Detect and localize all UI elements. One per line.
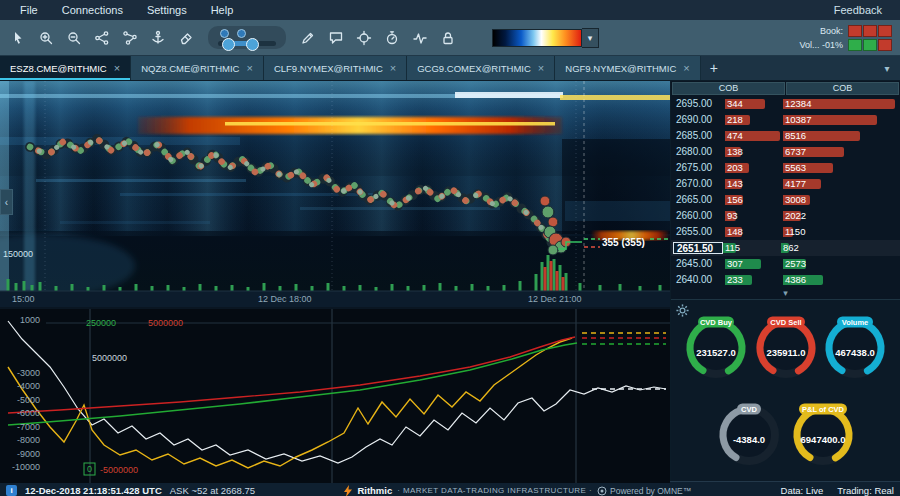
close-icon[interactable]: × [246, 63, 252, 74]
stopwatch-icon[interactable] [380, 26, 404, 50]
depth-value: 4177 [783, 178, 806, 189]
gear-icon[interactable] [676, 304, 689, 319]
cob-header: COB COB [671, 81, 900, 96]
neg-scale-label: -5000000 [100, 465, 138, 475]
status-bar: i 12-Dec-2018 21:18:51.428 UTC ASK ~52 a… [0, 481, 900, 496]
omne-icon [597, 486, 607, 496]
dom-column: COB COB 2695.00 344 12384 2690.00 218 10… [670, 81, 900, 481]
close-icon[interactable]: × [538, 63, 544, 74]
cob-row[interactable]: 2695.00 344 12384 [671, 96, 900, 112]
anchor-icon[interactable] [146, 26, 170, 50]
connection-status: Data: Live Trading: Real [781, 485, 894, 496]
gauge-cvd: CVD -4384.0 [716, 402, 782, 468]
eraser-icon[interactable] [174, 26, 198, 50]
last-price-label: 355 (355) [602, 237, 645, 248]
tab-nqz8[interactable]: NQZ8.CME@RITHMIC × [131, 56, 264, 80]
close-icon[interactable]: × [114, 63, 120, 74]
gauge-cvd-sell: CVD Sell 235911.0 [753, 315, 819, 381]
time-axis: 15:00 12 Dec 18:00 12 Dec 21:00 [0, 291, 670, 307]
svg-text:-8000: -8000 [17, 435, 40, 445]
cob-row-current-price[interactable]: 2651.50 115 862 [671, 240, 900, 256]
lock-icon[interactable] [436, 26, 460, 50]
size-value: 218 [725, 114, 743, 125]
tab-overflow-chevron-icon[interactable]: ▾ [874, 56, 900, 80]
pencil-icon[interactable] [296, 26, 320, 50]
price-level: 2685.00 [671, 130, 725, 141]
svg-text:-7000: -7000 [17, 422, 40, 432]
powered-by: Powered by OMNE™ [597, 486, 691, 496]
chevron-down-icon[interactable]: ▾ [582, 28, 599, 48]
gauge-label: CVD Buy [700, 318, 733, 327]
heatmap-chart[interactable]: 355 (355) 150000 15:00 12 Dec 18:00 12 D… [0, 81, 670, 307]
cob-row[interactable]: 2670.00 143 4177 [671, 176, 900, 192]
price-level: 2670.00 [671, 178, 725, 189]
price-level: 2695.00 [671, 98, 725, 109]
tab-label: GCG9.COMEX@RITHMIC [417, 63, 531, 74]
svg-text:-6000: -6000 [17, 408, 40, 418]
slider-preset-buttons[interactable] [218, 29, 276, 38]
cursor-icon[interactable] [6, 26, 30, 50]
menu-bar: File Connections Settings Help Feedback [0, 0, 900, 20]
add-tab-button[interactable]: + [701, 56, 727, 80]
menu-settings[interactable]: Settings [137, 2, 197, 18]
slider-handle-left[interactable] [222, 38, 235, 51]
zoom-in-icon[interactable] [34, 26, 58, 50]
price-level: 2655.00 [671, 226, 725, 237]
gauge-label: CVD [741, 405, 757, 414]
slider-handle-right[interactable] [246, 38, 259, 51]
tab-clf9[interactable]: CLF9.NYMEX@RITHMIC × [264, 56, 407, 80]
cob-row[interactable]: 2640.00 233 4386 [671, 272, 900, 288]
panel-collapse-button[interactable]: ‹ [0, 189, 13, 215]
cob-row[interactable]: 2665.00 156 3008 [671, 192, 900, 208]
price-level: 2675.00 [671, 162, 725, 173]
depth-value: 10387 [783, 114, 811, 125]
cob-row[interactable]: 2675.00 203 5563 [671, 160, 900, 176]
cob-row[interactable]: 2645.00 307 2573 [671, 256, 900, 272]
tab-label: ESZ8.CME@RITHMIC [10, 63, 107, 74]
tab-esz8[interactable]: ESZ8.CME@RITHMIC × [0, 56, 131, 80]
cob-collapse-chevron-icon[interactable]: ▾ [671, 288, 900, 299]
gauge-row: CVD -4384.0 P&L of CVD 6947400.0 [671, 402, 900, 468]
slider-track[interactable] [218, 41, 276, 46]
chat-icon[interactable] [324, 26, 348, 50]
depth-value: 1150 [783, 226, 805, 237]
gauge-label: P&L of CVD [802, 405, 845, 414]
current-price-level: 2651.50 [673, 242, 723, 254]
menu-file[interactable]: File [10, 2, 48, 18]
share-icon[interactable] [90, 26, 114, 50]
menu-help[interactable]: Help [201, 2, 244, 18]
cob-row[interactable]: 2685.00 474 8516 [671, 128, 900, 144]
svg-text:-9000: -9000 [17, 449, 40, 459]
depth-value: 862 [781, 242, 799, 253]
depth-value: 2573 [783, 258, 806, 269]
heatmap-contrast-slider[interactable] [208, 26, 286, 49]
timestamp: 12-Dec-2018 21:18:51.428 UTC [25, 485, 162, 496]
gauge-value: 235911.0 [766, 347, 805, 358]
svg-text:-3000: -3000 [17, 368, 40, 378]
cob-row[interactable]: 2655.00 148 1150 [671, 224, 900, 240]
tab-ngf9[interactable]: NGF9.NYMEX@RITHMIC × [555, 56, 700, 80]
price-level: 2660.00 [671, 210, 725, 221]
size-value: 474 [725, 130, 743, 141]
close-icon[interactable]: × [683, 63, 689, 74]
heatmap-color-legend[interactable]: ▾ [492, 28, 599, 48]
cob-row[interactable]: 2660.00 93 2022 [671, 208, 900, 224]
zero-label: 0 [87, 464, 92, 474]
indicator-series [8, 321, 666, 468]
size-value: 138 [725, 146, 743, 157]
menu-feedback[interactable]: Feedback [826, 2, 890, 18]
close-icon[interactable]: × [390, 63, 396, 74]
time-label: 12 Dec 18:00 [258, 294, 312, 304]
graph-nodes-icon[interactable] [118, 26, 142, 50]
tab-gcg9[interactable]: GCG9.COMEX@RITHMIC × [407, 56, 555, 80]
depth-value: 12384 [783, 98, 811, 109]
menu-connections[interactable]: Connections [52, 2, 133, 18]
pulse-icon[interactable] [408, 26, 432, 50]
zoom-out-icon[interactable] [62, 26, 86, 50]
cob-row[interactable]: 2690.00 218 10387 [671, 112, 900, 128]
info-icon[interactable]: i [6, 485, 17, 496]
gauge-pnl-of-cvd: P&L of CVD 6947400.0 [790, 402, 856, 468]
cob-row[interactable]: 2680.00 138 6737 [671, 144, 900, 160]
crosshair-icon[interactable] [352, 26, 376, 50]
indicator-chart[interactable]: 1000 -3000 -4000 -5000 -6000 -7000 -8000… [0, 309, 670, 483]
